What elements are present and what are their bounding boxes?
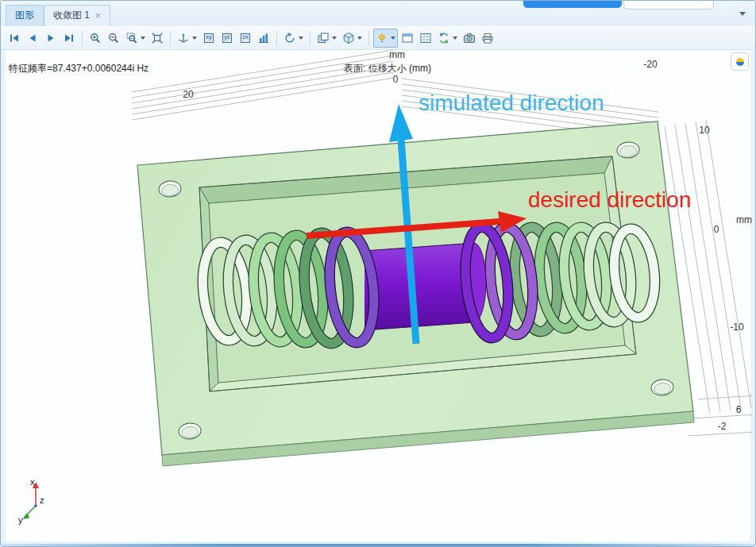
dropdown-caret-icon: [192, 37, 197, 40]
tick-right-neg2: -2: [718, 421, 727, 432]
grid-icon: [419, 32, 432, 44]
secondary-view-button[interactable]: [731, 52, 749, 71]
dropdown-caret-icon: [357, 37, 362, 40]
media-first-icon: [8, 32, 21, 44]
toolbar-separator: [82, 31, 83, 46]
zoom-extents-button[interactable]: [148, 29, 166, 48]
graphics-toolbar: xy yz zx: [1, 26, 755, 50]
simulated-direction-label: simulated direction: [418, 91, 604, 115]
view-yz-button[interactable]: yz: [218, 29, 236, 48]
bar-plot-button[interactable]: [255, 29, 272, 48]
layered-images-icon: [317, 32, 330, 44]
triad-y-label: y: [18, 515, 23, 525]
dropdown-caret-icon: [141, 37, 145, 40]
view-zx-icon: [239, 32, 252, 44]
tab-graphics-label: 图形: [15, 9, 34, 22]
view-xy-icon: [202, 32, 215, 44]
triad-x-label: x: [30, 477, 35, 487]
tab-convergence-label: 收敛图 1: [53, 9, 90, 22]
tick-right-unit: mm: [736, 214, 752, 225]
media-next-icon: [44, 32, 57, 44]
tab-list-chevron-icon[interactable]: [739, 12, 746, 16]
tick-right-0: 0: [714, 224, 719, 235]
top-overlay-blue-pill[interactable]: [523, 1, 622, 8]
media-last-icon: [63, 32, 75, 44]
tick-top-zero: 0: [393, 74, 399, 85]
zoom-in-button[interactable]: [87, 29, 104, 48]
go-to-view-icon: [177, 32, 190, 44]
graphics-window: 图形 收敛图 1 ×: [0, 0, 756, 547]
zoom-box-button[interactable]: [123, 29, 148, 48]
toolbar-separator: [276, 31, 277, 46]
media-first-button[interactable]: [6, 29, 23, 48]
tab-close-icon[interactable]: ×: [95, 11, 101, 21]
refresh-icon: [438, 32, 450, 44]
refresh-plot-button[interactable]: [435, 29, 460, 48]
media-prev-icon: [26, 32, 39, 44]
tick-right-10: 10: [699, 125, 710, 136]
go-to-view-button[interactable]: [175, 29, 199, 48]
zoom-out-button[interactable]: [105, 29, 122, 48]
tab-graphics[interactable]: 图形: [6, 5, 44, 26]
tab-convergence-plot[interactable]: 收敛图 1 ×: [44, 5, 110, 26]
toolbar-separator: [368, 31, 369, 46]
view-xy-button[interactable]: xy: [200, 29, 218, 48]
zoom-extents-icon: [151, 32, 164, 44]
tick-top-unit: mm: [389, 50, 405, 60]
media-last-button[interactable]: [60, 29, 78, 48]
media-next-button[interactable]: [42, 29, 60, 48]
camera-button[interactable]: [461, 29, 478, 48]
scene-settings-button[interactable]: [340, 29, 364, 48]
dropdown-caret-icon: [299, 37, 303, 40]
image-snapshot-button[interactable]: [314, 29, 339, 48]
toolbar-separator: [310, 31, 310, 46]
tick-left-20: 20: [183, 89, 194, 100]
dropdown-caret-icon: [391, 37, 395, 40]
light-icon: [376, 32, 388, 44]
plot-window-icon: [401, 32, 414, 44]
plot-settings-button[interactable]: [399, 29, 416, 48]
toolbar-separator: [170, 31, 171, 46]
window-bottom-edge: [1, 544, 755, 546]
camera-icon: [463, 32, 476, 44]
scene-light-button[interactable]: [373, 29, 398, 48]
tick-right-neg10: -10: [730, 322, 744, 333]
show-grid-button[interactable]: [417, 29, 434, 48]
desired-direction-label: desired direction: [528, 187, 691, 212]
replot-icon: [284, 32, 296, 44]
replot-button[interactable]: [281, 29, 306, 48]
top-overlay-white-pill[interactable]: [623, 1, 714, 10]
triad-z-label: z: [40, 495, 44, 505]
media-prev-button[interactable]: [24, 29, 41, 48]
bar-chart-icon: [257, 32, 270, 44]
tick-right-6: 6: [736, 404, 742, 415]
print-icon: [481, 32, 494, 44]
graphics-viewport[interactable]: 特征频率=87.437+0.0060244i Hz 表面: 位移大小 (mm): [6, 50, 750, 541]
view-zx-button[interactable]: zx: [237, 29, 254, 48]
scene-canvas[interactable]: simulated direction desired direction mm…: [6, 50, 752, 543]
zoom-out-icon: [107, 32, 120, 44]
tick-top-right-neg20: -20: [643, 59, 658, 70]
dropdown-caret-icon: [332, 37, 337, 40]
orientation-triad: x z y: [18, 477, 44, 525]
zoom-in-icon: [89, 32, 102, 44]
zoom-box-icon: [125, 32, 138, 44]
cube-icon: [342, 32, 355, 44]
comsol-sphere-icon: [735, 56, 746, 67]
dropdown-caret-icon: [453, 37, 457, 40]
triad-z-dot: [34, 504, 37, 507]
print-button[interactable]: [479, 29, 496, 48]
view-yz-icon: [221, 32, 233, 44]
